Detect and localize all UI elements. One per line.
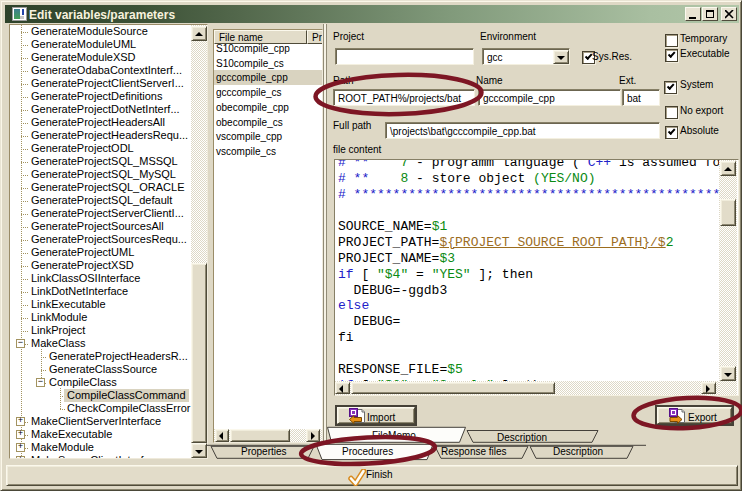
svg-text:FileMemo: FileMemo bbox=[372, 430, 416, 441]
svg-text:Properties: Properties bbox=[241, 446, 287, 457]
svg-text:Response files: Response files bbox=[441, 446, 507, 457]
svg-text:Procedures: Procedures bbox=[342, 446, 393, 457]
svg-text:Description: Description bbox=[553, 446, 603, 457]
